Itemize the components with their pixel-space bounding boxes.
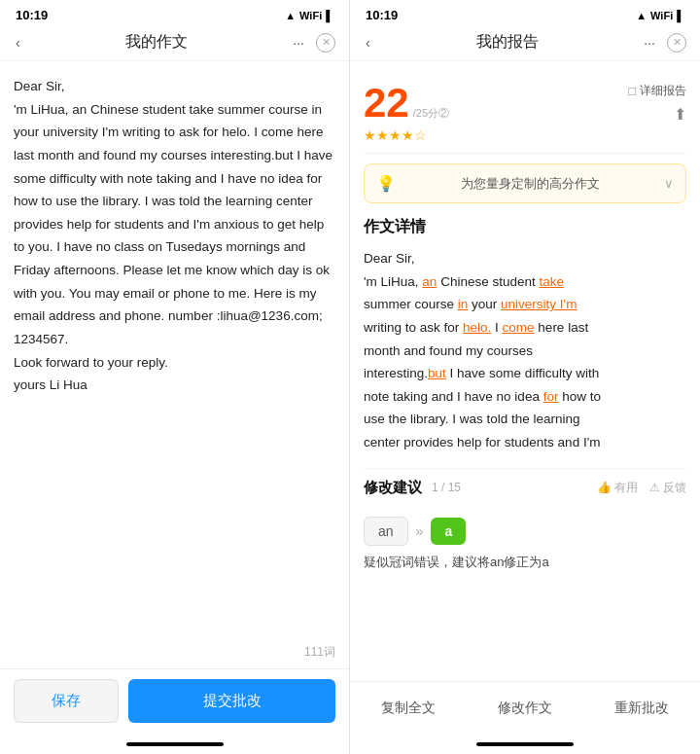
left-close-icon: ✕: [322, 36, 331, 49]
essay-detail-text: Dear Sir, 'm LiHua, an Chinese student t…: [364, 247, 686, 454]
chevron-down-icon: ∨: [664, 176, 674, 191]
score-stars: ★★★★☆: [364, 127, 449, 143]
detail-report-button[interactable]: □ 详细报告: [628, 83, 686, 99]
correction-university: university I'm: [501, 297, 577, 311]
left-panel: 10:19 ▲ WiFi ▌ ‹ 我的作文 ··· ✕ Dear Sir, 'm…: [0, 0, 350, 754]
correction-description: 疑似冠词错误，建议将an修正为a: [364, 554, 686, 571]
right-nav-left: ‹: [364, 33, 372, 53]
left-time: 10:19: [16, 8, 48, 22]
correction-row: an » a: [364, 517, 686, 546]
right-wifi-icon: WiFi: [650, 10, 673, 21]
download-button[interactable]: ⬆: [674, 105, 686, 124]
feedback-label: 反馈: [663, 480, 686, 496]
right-battery-icon: ▌: [677, 10, 684, 21]
correction-take: take: [539, 274, 564, 289]
right-close-button[interactable]: ✕: [667, 33, 686, 53]
left-more-button[interactable]: ···: [291, 33, 306, 53]
left-footer: 保存 提交批改: [0, 668, 349, 742]
left-signal-icon: ▲: [285, 10, 296, 21]
save-button[interactable]: 保存: [14, 679, 119, 723]
left-home-indicator: [126, 742, 224, 746]
right-close-icon: ✕: [673, 36, 682, 49]
right-time: 10:19: [366, 8, 398, 22]
copy-button[interactable]: 复制全文: [350, 694, 467, 723]
detail-label: 详细报告: [640, 83, 686, 99]
right-content[interactable]: 22 /25分② ★★★★☆ □ 详细报告 ⬆ 💡 为您量身定制的高分作文 ∨ …: [350, 61, 700, 681]
left-battery-icon: ▌: [326, 10, 333, 21]
score-row: 22 /25分②: [364, 83, 449, 124]
suggestion-title: 修改建议: [364, 479, 422, 497]
right-more-button[interactable]: ···: [642, 33, 657, 53]
score-card: 22 /25分② ★★★★☆ □ 详细报告 ⬆: [364, 73, 686, 154]
left-nav-title: 我的作文: [125, 32, 188, 53]
left-wifi-icon: WiFi: [299, 10, 322, 21]
left-back-button[interactable]: ‹: [14, 33, 22, 53]
correction-come: come: [503, 320, 535, 335]
feedback-icon: ⚠: [649, 481, 660, 494]
correction-in: in: [458, 297, 469, 311]
correction-for: for: [543, 389, 559, 404]
correction-but: but: [428, 366, 446, 380]
left-nav-left: ‹: [14, 33, 22, 53]
useful-label: 有用: [614, 480, 638, 496]
word-count: 111词: [304, 644, 335, 661]
edit-button[interactable]: 修改作文: [467, 694, 583, 723]
right-signal-icon: ▲: [636, 10, 647, 21]
left-close-button[interactable]: ✕: [316, 33, 335, 53]
left-status-bar: 10:19 ▲ WiFi ▌: [0, 0, 349, 26]
score-left: 22 /25分② ★★★★☆: [364, 83, 449, 143]
left-nav-right: ··· ✕: [291, 33, 335, 53]
recommend-banner[interactable]: 💡 为您量身定制的高分作文 ∨: [364, 163, 686, 203]
useful-button[interactable]: 👍 有用: [597, 480, 638, 496]
right-footer: 复制全文 修改作文 重新批改: [350, 681, 700, 742]
right-home-indicator: [476, 742, 574, 746]
left-nav-bar: ‹ 我的作文 ··· ✕: [0, 26, 349, 61]
thumbs-up-icon: 👍: [597, 481, 612, 494]
feedback-button[interactable]: ⚠ 反馈: [649, 480, 686, 496]
left-essay-text: Dear Sir, 'm LiHua, an Chinese student t…: [14, 75, 335, 397]
essay-detail-title: 作文详情: [364, 217, 686, 237]
score-number: 22: [364, 83, 409, 124]
score-max: /25分②: [413, 106, 449, 121]
correct-word: a: [431, 518, 466, 545]
submit-button[interactable]: 提交批改: [128, 679, 335, 723]
correction-an: an: [422, 274, 437, 289]
right-status-icons: ▲ WiFi ▌: [636, 10, 684, 21]
right-nav-title: 我的报告: [476, 32, 539, 53]
correction-helo: helo.: [463, 320, 491, 335]
recommend-text: 为您量身定制的高分作文: [461, 175, 600, 193]
arrow-right-icon: »: [416, 523, 424, 539]
recommend-icon: 💡: [376, 174, 396, 193]
report-icon: □: [628, 84, 636, 98]
suggestion-actions: 👍 有用 ⚠ 反馈: [597, 480, 686, 496]
suggestion-header: 修改建议 1 / 15 👍 有用 ⚠ 反馈: [364, 468, 686, 505]
right-back-button[interactable]: ‹: [364, 33, 372, 53]
wrong-word: an: [364, 517, 408, 546]
left-status-icons: ▲ WiFi ▌: [285, 10, 333, 21]
right-panel: 10:19 ▲ WiFi ▌ ‹ 我的报告 ··· ✕ 22 /25分②: [350, 0, 700, 754]
right-nav-right: ··· ✕: [642, 33, 686, 53]
right-nav-bar: ‹ 我的报告 ··· ✕: [350, 26, 700, 61]
right-status-bar: 10:19 ▲ WiFi ▌: [350, 0, 700, 26]
suggestion-nav: 1 / 15: [432, 481, 461, 494]
left-essay-content: Dear Sir, 'm LiHua, an Chinese student t…: [0, 61, 349, 668]
recheck-button[interactable]: 重新批改: [583, 694, 700, 723]
score-right: □ 详细报告 ⬆: [628, 83, 686, 124]
